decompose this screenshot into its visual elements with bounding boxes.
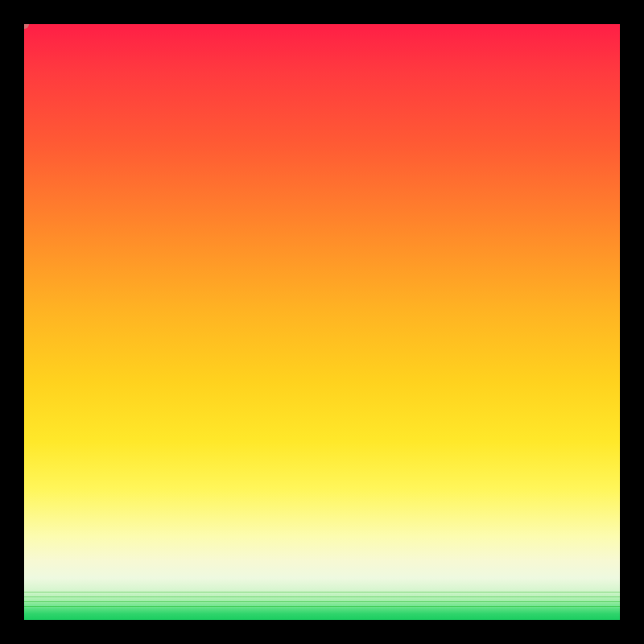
plot-area (24, 24, 620, 620)
curves-svg (24, 24, 620, 620)
valley-extra-dot (24, 24, 29, 29)
chart-stage (0, 0, 644, 644)
